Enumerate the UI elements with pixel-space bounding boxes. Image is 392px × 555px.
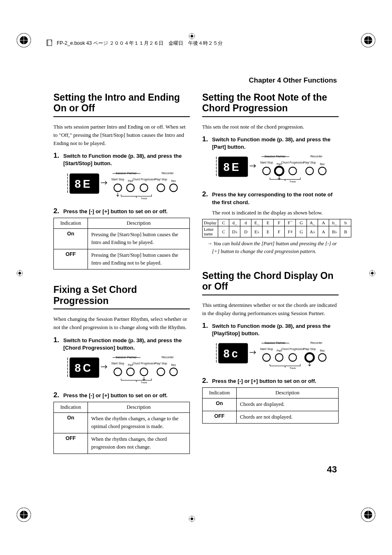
book-icon [46, 39, 53, 48]
svg-point-65 [274, 166, 284, 176]
step-number: 2. [53, 207, 63, 215]
intro-paragraph: This sets the root note of the chord pro… [202, 123, 339, 131]
svg-text:Session Partner: Session Partner [116, 171, 137, 175]
step-text: Press the [-] or [+] button to set on or… [63, 207, 168, 215]
section-title-fixing-chord: Fixing a Set Chord Progression [53, 284, 190, 309]
step-number: 1. [53, 152, 63, 167]
svg-text:Chord
Progression: Chord Progression [133, 177, 156, 181]
step-text: Switch to Function mode (p. 38), and pre… [212, 322, 339, 337]
svg-text:Start/
Stop: Start/ Stop [260, 161, 273, 164]
step-number: 1. [202, 322, 212, 337]
svg-text:Rec: Rec [320, 349, 325, 352]
svg-point-75 [305, 353, 314, 362]
table-row: OFFWhen the rhythm changes, the chord pr… [54, 433, 190, 454]
panel-illustration: 8 E Session Partner Recorder Start/ Stop… [211, 154, 339, 185]
indication-table: IndicationDescription OnWhen the rhythm … [53, 402, 190, 454]
step-text: Press the key corresponding to the root … [212, 190, 339, 206]
indication-table: IndicationDescription OnChords are displ… [202, 387, 339, 424]
table-row: OFFChords are not displayed. [203, 411, 339, 423]
row-label-display: Display [203, 219, 218, 226]
svg-text:Play/
Stop: Play/ Stop [303, 161, 316, 164]
svg-point-19 [18, 272, 21, 274]
step-number: 1. [202, 135, 212, 151]
step-text: Switch to Function mode (p. 38), and pre… [63, 152, 190, 167]
svg-text:Chord
Progression: Chord Progression [133, 362, 156, 365]
svg-text:Recorder: Recorder [310, 341, 323, 345]
page-number: 43 [327, 464, 337, 475]
table-row: OnPressing the [Start/Stop] button cause… [54, 228, 190, 249]
svg-text:Start/
Stop: Start/ Stop [111, 362, 125, 365]
table-row: OnWhen the rhythm changes, a change to t… [54, 413, 190, 433]
step-1: 1. Switch to Function mode (p. 38), and … [53, 336, 190, 352]
book-header-text: FP-2_e.book 43 ページ ２００４年１１月２６日 金曜日 午後４時２… [57, 40, 223, 47]
svg-text:Session Partner: Session Partner [265, 155, 286, 159]
panel-illustration: 8 E Session Partner Recorder Start/ Stop… [62, 171, 190, 202]
svg-point-27 [191, 35, 193, 37]
intro-paragraph: When changing the Session Partner Rhythm… [53, 315, 190, 332]
left-column: Setting the Intro and Ending On or Off T… [53, 92, 190, 454]
section-title-root-note: Setting the Root Note of the Chord Progr… [202, 92, 339, 117]
step-text: Switch to Function mode (p. 38), and pre… [212, 135, 339, 151]
svg-text:Chord
Progression: Chord Progression [281, 348, 304, 351]
note-text: → You can hold down the [Part] button an… [207, 240, 339, 256]
reg-mark-bottom-left [16, 507, 32, 523]
svg-text:Recorder: Recorder [161, 355, 174, 359]
svg-text:Recorder: Recorder [161, 171, 174, 175]
table-row: Display C d_ d E_ E F F¯ G A_ A b_ b [203, 219, 351, 226]
svg-text:Rec: Rec [171, 179, 176, 182]
svg-text:Track: Track [141, 197, 148, 200]
step-subtext: The root is indicated in the display as … [212, 209, 339, 217]
svg-text:8 c: 8 c [224, 348, 238, 360]
intro-paragraph: This setting determines whether or not t… [202, 301, 339, 318]
step-1: 1. Switch to Function mode (p. 38), and … [53, 152, 190, 167]
step-2: 2. Press the [-] or [+] button to set on… [202, 377, 339, 385]
svg-text:Track: Track [290, 180, 296, 183]
step-2: 2. Press the key corresponding to the ro… [202, 190, 339, 206]
reg-mark-bottom-center [188, 515, 196, 523]
step-1: 1. Switch to Function mode (p. 38), and … [202, 135, 339, 151]
panel-illustration: 8 c Session Partner Recorder Start/ Stop… [211, 341, 339, 372]
reg-mark-bottom-right [360, 507, 376, 523]
col-indication: Indication [203, 388, 237, 398]
section-title-chord-display: Setting the Chord Display On or Off [202, 270, 339, 295]
col-description: Description [88, 218, 190, 228]
svg-text:Start/
Stop: Start/ Stop [260, 348, 273, 351]
svg-text:Play/
Stop: Play/ Stop [303, 348, 316, 351]
svg-text:Play/
Stop: Play/ Stop [154, 362, 167, 365]
reg-mark-mid-left [16, 269, 24, 277]
col-description: Description [237, 388, 339, 398]
reg-mark-mid-right [368, 269, 376, 277]
svg-text:Recorder: Recorder [310, 155, 323, 159]
step-number: 2. [202, 190, 212, 206]
table-row: OnChords are displayed. [203, 398, 339, 411]
svg-text:Play/
Stop: Play/ Stop [154, 177, 167, 181]
step-number: 1. [53, 336, 63, 352]
svg-text:Chord
Progression: Chord Progression [281, 161, 304, 164]
chapter-title: Chapter 4 Other Functions [249, 76, 337, 85]
section-title-intro-ending: Setting the Intro and Ending On or Off [53, 92, 190, 117]
col-indication: Indication [54, 402, 88, 413]
indication-table: IndicationDescription OnPressing the [St… [53, 218, 190, 270]
step-text: Switch to Function mode (p. 38), and pre… [63, 336, 190, 352]
root-note-table: Display C d_ d E_ E F F¯ G A_ A b_ b Let… [202, 219, 351, 237]
intro-paragraph: This sets session partner Intro and Endi… [53, 123, 190, 147]
panel-illustration: 8 C Session Partner Recorder Start/ Stop… [62, 355, 190, 386]
right-column: Setting the Root Note of the Chord Progr… [202, 92, 339, 454]
step-text: Press the [-] or [+] button to set on or… [212, 377, 316, 385]
svg-point-31 [191, 518, 193, 520]
step-2: 2. Press the [-] or [+] button to set on… [53, 207, 190, 215]
step-text: Press the [-] or [+] button to set on or… [63, 391, 168, 399]
step-2: 2. Press the [-] or [+] button to set on… [53, 391, 190, 399]
col-indication: Indication [54, 218, 88, 228]
col-description: Description [88, 402, 190, 413]
table-row: OFFPressing the [Start/Stop] button caus… [54, 249, 190, 269]
svg-text:Rec: Rec [320, 163, 325, 166]
svg-text:Track: Track [290, 366, 296, 369]
content-columns: Setting the Intro and Ending On or Off T… [53, 92, 339, 454]
reg-mark-top-right [360, 32, 376, 48]
svg-text:Rec: Rec [171, 364, 176, 366]
book-header: FP-2_e.book 43 ページ ２００４年１１月２６日 金曜日 午後４時２… [46, 39, 223, 48]
svg-point-23 [371, 272, 374, 274]
svg-text:Session Partner: Session Partner [265, 341, 286, 345]
table-row: Letter name C D♭ D E♭ E F F♯ G A♭ A B♭ B [203, 226, 351, 237]
